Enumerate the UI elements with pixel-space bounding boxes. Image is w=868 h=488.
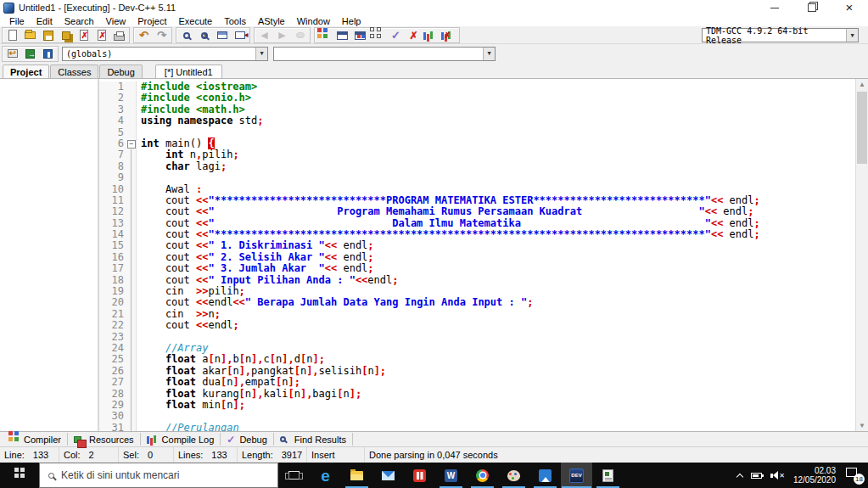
context-select[interactable]: ▼ [273, 47, 496, 61]
insert-snippet-button[interactable] [3, 47, 21, 61]
syntax-check-button[interactable]: ✓ [387, 28, 405, 42]
project-panel[interactable] [0, 79, 99, 431]
panel-tab-classes[interactable]: Classes [50, 65, 98, 78]
menu-window[interactable]: Window [291, 16, 336, 26]
menu-edit[interactable]: Edit [31, 16, 59, 26]
taskbar-word-button[interactable]: W [435, 463, 467, 488]
taskbar-red-app-button[interactable] [404, 463, 435, 488]
redo-button[interactable]: ↷ [153, 28, 171, 42]
taskbar-dev-cpp-button[interactable]: DEV [561, 463, 592, 488]
syntaxcheck-icon: ✓ [391, 29, 400, 42]
open-file-button[interactable] [21, 28, 39, 42]
abort-compilation-button[interactable]: ✗ [405, 28, 423, 42]
new-file-button[interactable] [3, 28, 21, 42]
volume-muted-icon[interactable]: ✕ [770, 471, 785, 480]
goto-bookmarks-button[interactable] [39, 47, 57, 61]
stop-navigation-button[interactable] [291, 28, 309, 42]
print-button[interactable] [110, 28, 128, 42]
undo-button[interactable]: ↶ [135, 28, 153, 42]
code-line: 28 float kurang[n],kali[n],bagi[n]; [99, 389, 855, 400]
taskbar-doc-viewer-button[interactable] [592, 463, 624, 488]
back-button[interactable]: ◀ [255, 28, 273, 42]
taskbar-edge-button[interactable]: e [310, 463, 341, 488]
taskbar-chrome-button[interactable] [467, 463, 498, 488]
compiler-select[interactable]: TDM-GCC 4.9.2 64-bit Release ▼ [702, 28, 859, 42]
menu-view[interactable]: View [100, 16, 132, 26]
start-button[interactable] [0, 463, 39, 488]
run-button[interactable] [333, 28, 351, 42]
report-tab-compile-log[interactable]: Compile Log [141, 433, 221, 446]
panel-tab-project[interactable]: Project [3, 65, 49, 78]
goto-line-button[interactable] [231, 28, 249, 42]
toolbar-group [176, 27, 250, 43]
delete-profiling-button[interactable] [440, 28, 458, 42]
panel-tab-debug[interactable]: Debug [99, 65, 142, 78]
code-text: cout <<" Program Memahami Rumus Persamaa… [137, 206, 754, 217]
fold-guide [126, 309, 137, 320]
fold-guide [126, 343, 137, 354]
action-center-button[interactable]: 18 [844, 466, 865, 485]
report-tab-label: Find Results [294, 435, 346, 445]
menu-tools[interactable]: Tools [218, 16, 252, 26]
close-all-button[interactable] [92, 28, 110, 42]
save-all-button[interactable] [57, 28, 75, 42]
scroll-up-arrow-icon[interactable]: ▲ [856, 79, 868, 90]
report-tab-find-results[interactable]: Find Results [274, 433, 353, 446]
back-icon: ◀ [260, 30, 267, 41]
taskbar-photos-button[interactable] [529, 463, 561, 488]
code-line: 19 cin >>pilih; [99, 286, 855, 297]
menu-help[interactable]: Help [336, 16, 367, 26]
menu-astyle[interactable]: AStyle [252, 16, 291, 26]
menu-file[interactable]: File [3, 16, 31, 26]
fullscreen-icon [217, 31, 227, 39]
compile-button[interactable] [316, 28, 333, 42]
menu-search[interactable]: Search [59, 16, 100, 26]
restore-button[interactable] [793, 0, 831, 15]
compile-run-button[interactable] [351, 28, 369, 42]
toggle-bookmarks-button[interactable] [21, 47, 39, 61]
close-file-button[interactable] [75, 28, 92, 42]
taskbar-task-view-button[interactable] [278, 463, 310, 488]
stopnav-icon [296, 32, 305, 38]
globals-select-value: (globals) [66, 49, 112, 59]
toggle-icon [25, 49, 35, 59]
taskbar-file-explorer-button[interactable] [341, 463, 372, 488]
fold-toggle-icon[interactable] [126, 138, 137, 149]
code-text: float kurang[n],kali[n],bagi[n]; [137, 389, 361, 400]
report-tab-compiler[interactable]: Compiler [3, 433, 68, 446]
report-tab-debug[interactable]: ✓Debug [221, 433, 273, 446]
code-line: 30 [99, 411, 855, 422]
fullscreen-button[interactable] [213, 28, 231, 42]
chevron-down-icon: ▼ [255, 48, 267, 60]
editor-tab-untitled1[interactable]: [*] Untitled1 [155, 65, 222, 78]
taskbar-clock[interactable]: 02.03 12/05/2020 [793, 466, 836, 485]
menu-project[interactable]: Project [132, 16, 172, 26]
battery-icon[interactable] [751, 473, 762, 479]
editor-vertical-scrollbar[interactable]: ▲ ▼ [855, 79, 868, 431]
profile-button[interactable] [423, 28, 440, 42]
close-button[interactable] [831, 0, 868, 15]
globals-select[interactable]: (globals) ▼ [62, 47, 268, 61]
taskbar-paint-button[interactable] [498, 463, 529, 488]
fold-guide [126, 93, 137, 104]
save-button[interactable] [39, 28, 57, 42]
scrollbar-thumb[interactable] [857, 92, 867, 164]
code-line: 11 cout <<"****************************P… [99, 195, 855, 206]
scroll-down-arrow-icon[interactable]: ▼ [856, 420, 868, 431]
edge-icon: e [321, 468, 330, 484]
tray-chevron-up-icon[interactable] [736, 473, 743, 480]
insert-icon [8, 49, 18, 58]
code-editor[interactable]: 1#include <iostream>2#include <conio.h>3… [99, 79, 855, 431]
minimize-button[interactable] [756, 0, 793, 15]
report-tab-resources[interactable]: Resources [68, 433, 141, 446]
code-line: 1#include <iostream> [99, 81, 855, 93]
taskbar-search-input[interactable]: Ketik di sini untuk mencari [39, 463, 278, 488]
rebuild-all-button[interactable] [369, 28, 387, 42]
forward-button[interactable]: ▶ [273, 28, 291, 42]
taskbar-mail-button[interactable] [372, 463, 404, 488]
replace-button[interactable] [195, 28, 213, 42]
menu-execute[interactable]: Execute [172, 16, 218, 26]
find-button[interactable] [177, 28, 195, 42]
fold-guide [126, 320, 137, 331]
code-text: //Array [137, 343, 208, 354]
